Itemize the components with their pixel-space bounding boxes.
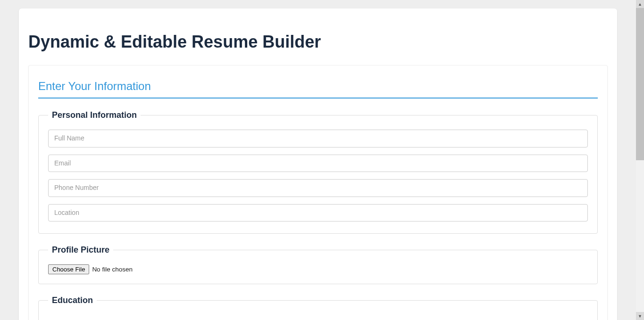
fieldset-personal-information: Personal Information bbox=[38, 110, 598, 234]
page-title: Dynamic & Editable Resume Builder bbox=[28, 32, 608, 52]
scroll-thumb[interactable] bbox=[636, 8, 644, 160]
form-card: Enter Your Information Personal Informat… bbox=[28, 65, 608, 320]
scroll-up-arrow-icon[interactable]: ▲ bbox=[636, 0, 644, 8]
vertical-scrollbar[interactable]: ▲ ▼ bbox=[636, 0, 644, 320]
main-card: Dynamic & Editable Resume Builder Enter … bbox=[19, 8, 617, 320]
full-name-input[interactable] bbox=[48, 130, 588, 148]
legend-education: Education bbox=[48, 295, 97, 305]
phone-input[interactable] bbox=[48, 179, 588, 197]
legend-personal-information: Personal Information bbox=[48, 110, 141, 120]
scroll-track[interactable] bbox=[636, 8, 644, 312]
fieldset-education: Education bbox=[38, 295, 598, 320]
choose-file-button[interactable]: Choose File bbox=[48, 264, 89, 274]
fieldset-profile-picture: Profile Picture Choose File No file chos… bbox=[38, 245, 598, 284]
scroll-down-arrow-icon[interactable]: ▼ bbox=[636, 312, 644, 320]
email-input[interactable] bbox=[48, 155, 588, 172]
file-chosen-status: No file chosen bbox=[92, 266, 133, 273]
location-input[interactable] bbox=[48, 204, 588, 222]
legend-profile-picture: Profile Picture bbox=[48, 245, 113, 255]
section-heading: Enter Your Information bbox=[38, 80, 598, 98]
